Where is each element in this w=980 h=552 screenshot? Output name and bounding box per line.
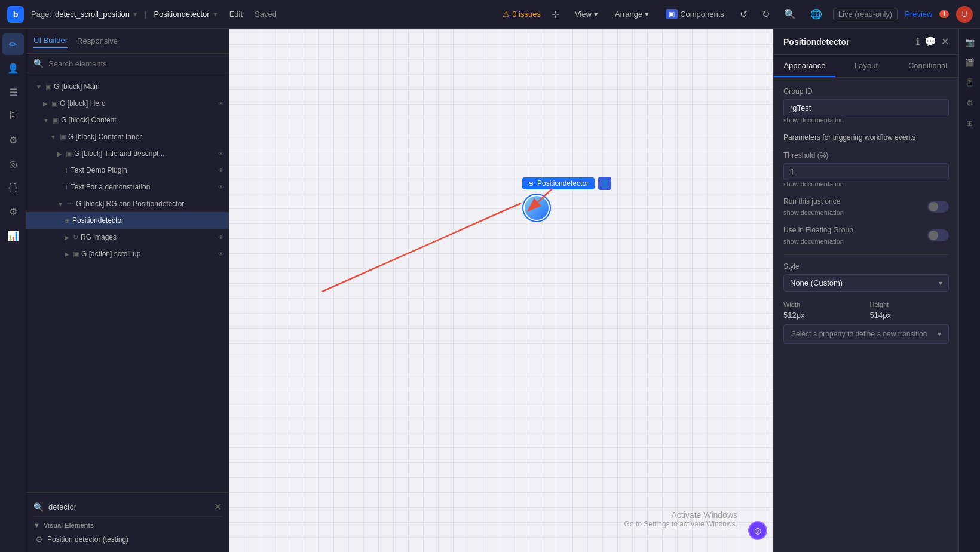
- tree-item-label: G [block] Hero: [60, 99, 106, 108]
- data-icon[interactable]: ☰: [2, 81, 24, 103]
- camera-icon-button[interactable]: 📷: [961, 33, 978, 50]
- tree-item-content[interactable]: ▼ ▣ G [block] Content: [26, 112, 229, 128]
- analytics-icon[interactable]: 📊: [2, 225, 24, 246]
- component-dropdown-arrow[interactable]: ▾: [213, 10, 218, 19]
- tab-appearance[interactable]: Appearance: [774, 55, 835, 77]
- collapse-visual-icon[interactable]: ▼: [33, 522, 40, 529]
- search-input[interactable]: [48, 59, 222, 68]
- arrange-button[interactable]: Arrange ▾: [610, 7, 654, 21]
- tree-item-rg-position[interactable]: ▼ ⋯ G [block] RG and Positiondetector: [26, 195, 229, 212]
- info-icon[interactable]: ℹ: [916, 36, 920, 47]
- collapse-content[interactable]: ▼: [43, 117, 49, 124]
- search-query-row: 🔍 detector ✕: [33, 498, 222, 517]
- tab-ui-builder[interactable]: UI Builder: [33, 33, 68, 48]
- toggle-thumb: [929, 202, 938, 211]
- tree-item-text-demo2[interactable]: T Text For a demonstration 👁: [26, 179, 229, 195]
- group-id-docs[interactable]: show documentation: [783, 116, 949, 124]
- width-value: 512px: [783, 311, 863, 320]
- undo-button[interactable]: ↺: [736, 6, 751, 22]
- run-once-docs[interactable]: show documentation: [783, 209, 927, 216]
- search-button[interactable]: 🔍: [780, 6, 800, 22]
- collapse-rg[interactable]: ▼: [57, 201, 63, 207]
- database-icon[interactable]: 🗄: [2, 105, 24, 127]
- settings-icon[interactable]: ⚙: [2, 201, 24, 222]
- run-once-toggle[interactable]: [927, 201, 949, 213]
- search-results-input[interactable]: detector: [48, 502, 209, 511]
- arrange-dropdown-arrow: ▾: [645, 10, 649, 19]
- video-icon-button[interactable]: 🎬: [961, 54, 978, 70]
- edit-button[interactable]: Edit: [225, 7, 247, 21]
- element-chip[interactable]: ⊕ Positiondetector: [522, 177, 595, 189]
- canvas-element-box[interactable]: [522, 194, 551, 222]
- tab-responsive[interactable]: Responsive: [77, 34, 118, 48]
- page-selector[interactable]: Page: detect_scroll_position ▾: [31, 10, 137, 19]
- comment-icon[interactable]: 💬: [924, 36, 936, 47]
- tablet-icon-button[interactable]: 📱: [961, 74, 978, 91]
- tab-conditional[interactable]: Conditional: [897, 55, 958, 77]
- canvas-area[interactable]: ⊕ Positiondetector 👤 Activate Windows Go: [229, 29, 773, 552]
- collapse-rg-images[interactable]: ▶: [65, 234, 69, 241]
- tree-item-label: G [block] RG and Positiondetector: [76, 200, 184, 208]
- block-icon: ▣: [45, 83, 51, 91]
- users-icon[interactable]: 👤: [2, 57, 24, 79]
- height-value: 514px: [870, 311, 950, 320]
- view-button[interactable]: View ▾: [570, 7, 603, 21]
- preview-button[interactable]: Preview: [905, 10, 932, 19]
- plugins-icon[interactable]: ⚙: [2, 129, 24, 151]
- tree-item-main[interactable]: ▼ ▣ G [block] Main: [26, 78, 229, 95]
- search-clear-button[interactable]: ✕: [214, 501, 222, 513]
- collapse-content-inner[interactable]: ▼: [50, 134, 56, 140]
- transition-dropdown-arrow: ▾: [938, 330, 941, 338]
- style-value: None (Custom): [790, 278, 843, 287]
- bottom-circle-icon[interactable]: ◎: [748, 521, 767, 540]
- tree-item-title-desc[interactable]: ▶ ▣ G [block] Title and descript... 👁: [26, 145, 229, 162]
- threshold-input[interactable]: [783, 163, 949, 180]
- tree-item-rg-images[interactable]: ▶ ↻ RG images 👁: [26, 229, 229, 246]
- gear-right-icon-button[interactable]: ⚙: [961, 94, 978, 111]
- page-dropdown-arrow[interactable]: ▾: [133, 10, 137, 19]
- chip-label: Positiondetector: [537, 179, 589, 188]
- dimensions-row: Width 512px Height 514px: [783, 301, 949, 320]
- floating-group-docs[interactable]: show documentation: [783, 238, 927, 245]
- threshold-label: Threshold (%): [783, 151, 949, 160]
- tree-item-hero[interactable]: ▶ ▣ G [block] Hero 👁: [26, 95, 229, 112]
- tree-item-scroll-up[interactable]: ▶ ▣ G [action] scroll up 👁: [26, 246, 229, 262]
- floating-group-toggle[interactable]: [927, 229, 949, 241]
- components-button[interactable]: ▣ Components: [661, 7, 729, 22]
- style-dropdown[interactable]: None (Custom) ▾: [783, 274, 949, 292]
- issues-button[interactable]: ⚠ 0 issues: [503, 10, 541, 19]
- code-icon[interactable]: { }: [2, 177, 24, 198]
- topbar: b Page: detect_scroll_position ▾ | Posit…: [0, 0, 980, 29]
- transition-select[interactable]: Select a property to define a new transi…: [783, 324, 949, 344]
- height-label: Height: [870, 301, 950, 308]
- toggle-thumb-2: [929, 231, 938, 240]
- floating-group-label: Use in Floating Group: [783, 226, 927, 234]
- ui-builder-icon[interactable]: ✏: [2, 33, 24, 55]
- collapse-scroll[interactable]: ▶: [65, 251, 69, 257]
- group-id-input[interactable]: [783, 99, 949, 116]
- avatar[interactable]: U: [956, 6, 973, 23]
- collapse-hero[interactable]: ▶: [43, 100, 48, 107]
- logic-icon[interactable]: ◎: [2, 153, 24, 174]
- collapse-main[interactable]: ▼: [36, 84, 42, 90]
- search-icon: 🔍: [33, 59, 44, 68]
- prop-group-id: Group ID show documentation: [783, 87, 949, 124]
- tree-item-positiondetector[interactable]: ⊕ Positiondetector: [26, 212, 229, 229]
- cursor-tool-button[interactable]: ⊹: [548, 6, 563, 22]
- detector-icon: ⊕: [65, 217, 70, 225]
- grid-right-icon-button[interactable]: ⊞: [961, 115, 978, 131]
- collapse-title[interactable]: ▶: [57, 151, 62, 157]
- threshold-docs[interactable]: show documentation: [783, 180, 949, 188]
- tree-item-content-inner[interactable]: ▼ ▣ G [block] Content Inner: [26, 128, 229, 145]
- component-name: Positiondetector: [154, 10, 209, 19]
- close-icon[interactable]: ✕: [941, 36, 949, 47]
- notification-badge[interactable]: 1: [939, 10, 949, 18]
- repeat-icon: ↻: [73, 234, 78, 241]
- logo: b: [7, 6, 24, 23]
- redo-button[interactable]: ↻: [758, 6, 773, 22]
- globe-icon-button[interactable]: 🌐: [807, 6, 826, 22]
- component-selector[interactable]: Positiondetector ▾: [154, 10, 217, 19]
- tab-layout[interactable]: Layout: [835, 55, 897, 77]
- search-result-position-detector[interactable]: ⊕ Position detector (testing): [33, 531, 222, 547]
- tree-item-text-demo[interactable]: T Text Demo Plugin 👁: [26, 162, 229, 179]
